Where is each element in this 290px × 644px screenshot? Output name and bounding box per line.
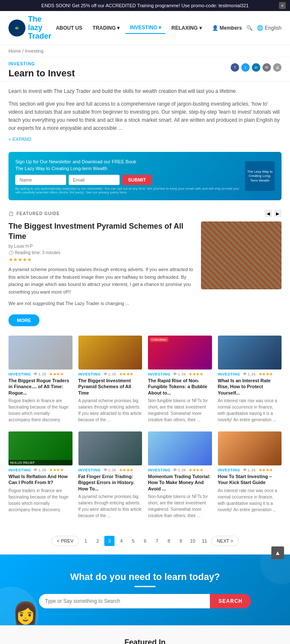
card-title: What Is Reflation And How Can I Profit F… — [8, 473, 72, 486]
logo[interactable]: 🐢 The lazy Trader — [8, 15, 51, 40]
featured-article-image — [201, 221, 282, 289]
pagination: < PREV 1 2 3 4 5 6 7 8 9 10 11 NEXT > — [0, 532, 290, 554]
page-8[interactable]: 8 — [164, 536, 174, 546]
article-card[interactable]: Collectibles INVESTING 👁 1.3k ★★★★ The R… — [148, 336, 212, 423]
email-share-icon[interactable]: ✉ — [262, 63, 271, 72]
breadcrumb-sep: / — [22, 48, 23, 53]
page-10[interactable]: 10 — [187, 536, 198, 546]
featured-prev-arrow[interactable]: ◀ — [265, 210, 272, 217]
card-excerpt: Rogue traders in finance are fascinating… — [8, 398, 72, 423]
article-body-1: A pyramid scheme promises big salaries t… — [8, 266, 195, 296]
nav-trading[interactable]: TRADING ▾ — [88, 22, 124, 34]
social-icons: f t in ✉ 🖨 — [231, 63, 282, 72]
more-button[interactable]: MORE — [8, 314, 39, 326]
article-card[interactable]: INVESTING 👁 1.3k ★★★★ The Biggest Rogue … — [8, 336, 72, 423]
scroll-to-top-button[interactable]: ▲ — [271, 546, 284, 559]
card-views: 👁 1.3k — [33, 468, 47, 472]
page-7[interactable]: 7 — [152, 536, 162, 546]
page-9[interactable]: 9 — [176, 536, 186, 546]
card-title: The Biggest Investment Pyramid Schemes o… — [78, 378, 142, 396]
breadcrumb-home[interactable]: Home — [8, 48, 21, 53]
newsletter-book: The Lazy Way to Creating Long-Term Wealt… — [245, 161, 275, 191]
nav-members[interactable]: 👤 Members — [208, 22, 246, 34]
print-icon[interactable]: 🖨 — [273, 63, 282, 72]
article-card[interactable]: INVESTING 👁 1.3k ★★★★ Fat Finger Error T… — [78, 431, 142, 519]
card-image-4 — [218, 336, 282, 370]
article-grid: INVESTING 👁 1.3k ★★★★ The Biggest Rogue … — [0, 331, 290, 532]
clock-icon: 🕐 — [8, 250, 14, 255]
featured-in-section: Featured In MONEYSHOW FT FPA NEWECONOMY … — [0, 625, 290, 644]
card-title: Fat Finger Error Trading: Biggest Errors… — [78, 473, 142, 492]
newsletter-email-input[interactable] — [69, 175, 120, 185]
article-reading-time: 🕐 Reading time: 3 minutes — [8, 250, 195, 255]
next-page-button[interactable]: NEXT > — [211, 536, 239, 546]
newsletter-heading: Sign Up for Our Newsletter and Download … — [15, 158, 241, 171]
featured-next-arrow[interactable]: ▶ — [274, 210, 282, 217]
search-input[interactable] — [39, 594, 210, 608]
search-button[interactable]: SEARCH — [210, 594, 251, 608]
page-5[interactable]: 5 — [128, 536, 138, 546]
card-views: 👁 1.3k — [103, 372, 117, 376]
featured-nav-arrows: ◀ ▶ — [265, 210, 282, 217]
prev-page-button[interactable]: < PREV — [51, 536, 79, 546]
card-image-1 — [8, 336, 72, 370]
header-icons: 🔍 🌐 English — [246, 25, 282, 31]
page-header: INVESTING Learn to Invest f t in ✉ 🖨 — [0, 57, 290, 81]
nav-investing[interactable]: INVESTING ▾ — [125, 22, 165, 34]
breadcrumb: Home / Investing — [0, 45, 290, 57]
card-title: How To Start Investing – Your Kick Start… — [218, 473, 282, 486]
newsletter-download-label: and Download our FREE Book — [72, 159, 136, 164]
card-title: The Rapid Rise of Non-Fungible Tokens: a… — [148, 378, 212, 396]
card-title: The Biggest Rogue Traders in Finance....… — [8, 378, 72, 396]
card-image-5: MULUS RELIEF — [8, 431, 72, 465]
card-views: 👁 1.3k — [243, 372, 256, 376]
featured-section: 📋 FEATURED GUIDE ◀ ▶ The Biggest Investm… — [0, 204, 290, 331]
page-6[interactable]: 6 — [140, 536, 150, 546]
facebook-icon[interactable]: f — [231, 63, 239, 72]
card-stars: ★★★★ — [259, 468, 273, 472]
newsletter-submit-button[interactable]: SUBMIT — [122, 175, 152, 185]
intro-line2: This section will give you free and full… — [8, 100, 282, 133]
card-excerpt: An interest rate rise was once a normal … — [218, 398, 282, 423]
top-banner: ENDS SOON! Get 25% off our ACCREDITED Tr… — [0, 0, 290, 11]
expand-link[interactable]: + EXPAND — [8, 137, 282, 142]
search-icon[interactable]: 🔍 — [246, 25, 253, 31]
featured-content: The Biggest Investment Pyramid Schemes o… — [8, 221, 195, 326]
newsletter-left: Sign Up for Our Newsletter and Download … — [15, 158, 241, 194]
intro-section: Learn to invest with The Lazy Trader and… — [0, 81, 290, 148]
card-views: 👁 1.3k — [243, 468, 256, 472]
page-1[interactable]: 1 — [81, 536, 91, 546]
page-title: Learn to Invest — [8, 68, 75, 79]
newsletter-banner: Sign Up for Our Newsletter and Download … — [8, 152, 282, 200]
page-3-active[interactable]: 3 — [104, 536, 114, 546]
newsletter-name-input[interactable] — [15, 175, 66, 185]
page-header-left: INVESTING Learn to Invest — [8, 62, 75, 79]
page-4[interactable]: 4 — [116, 536, 126, 546]
article-card[interactable]: INVESTING 👁 1.3k ★★★★ The Biggest Invest… — [78, 336, 142, 423]
article-card[interactable]: INVESTING 👁 1.3k ★★★★ Momentum Trading T… — [148, 431, 212, 519]
twitter-icon[interactable]: t — [241, 63, 250, 72]
page-11[interactable]: 11 — [199, 536, 209, 546]
card-excerpt: Rogue traders in finance are fascinating… — [8, 487, 72, 513]
page-2[interactable]: 2 — [92, 536, 103, 546]
logo-icon: 🐢 — [15, 26, 19, 30]
header: 🐢 The lazy Trader ABOUT US TRADING ▾ INV… — [0, 11, 290, 45]
search-form: SEARCH — [39, 594, 251, 608]
card-image-8 — [218, 431, 282, 465]
language-selector[interactable]: 🌐 English — [257, 25, 282, 31]
article-card[interactable]: INVESTING 👁 1.3k ★★★★ What Is an Interes… — [218, 336, 282, 423]
featured-article-title: The Biggest Investment Pyramid Schemes o… — [8, 221, 195, 241]
nav-relaxing[interactable]: RELAXING ▾ — [167, 22, 206, 34]
linkedin-icon[interactable]: in — [252, 63, 260, 72]
card-tag: INVESTING 👁 1.3k ★★★★ — [148, 372, 212, 376]
banner-close-button[interactable]: × — [279, 2, 286, 9]
card-image-7 — [148, 431, 212, 465]
page-label: INVESTING — [8, 62, 75, 66]
nav-about[interactable]: ABOUT US — [52, 22, 87, 34]
newsletter-title: The Lazy Way to Creating Long-term Wealt… — [15, 166, 107, 171]
search-divider — [134, 586, 156, 587]
card-stars: ★★★★ — [49, 372, 64, 376]
article-card[interactable]: MULUS RELIEF INVESTING 👁 1.3k ★★★★ What … — [8, 431, 72, 519]
article-card[interactable]: INVESTING 👁 1.3k ★★★★ How To Start Inves… — [218, 431, 282, 519]
newsletter-form: SUBMIT — [15, 175, 241, 185]
